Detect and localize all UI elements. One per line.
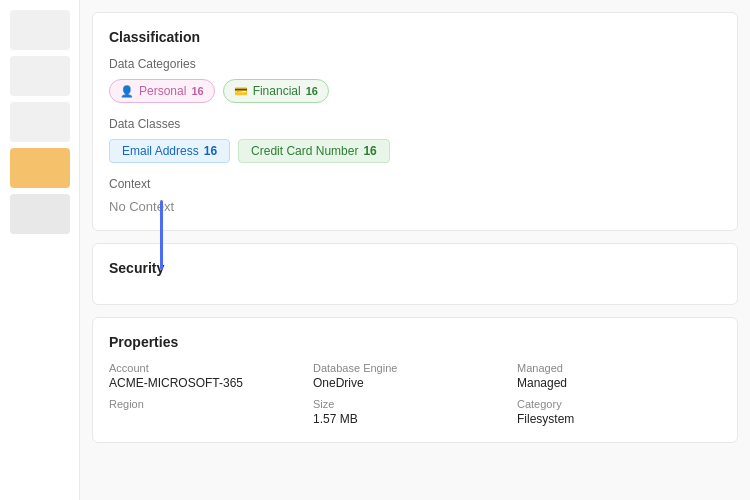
classification-card: Classification Data Categories 👤 Persona… bbox=[92, 12, 738, 231]
security-title: Security bbox=[109, 260, 721, 276]
context-label: Context bbox=[109, 177, 721, 191]
sidebar-block-highlight bbox=[10, 148, 70, 188]
prop-database-engine: Database Engine OneDrive bbox=[313, 362, 517, 390]
personal-count: 16 bbox=[191, 85, 203, 97]
prop-managed-label: Managed bbox=[517, 362, 721, 374]
left-border-accent bbox=[160, 200, 163, 270]
email-label: Email Address bbox=[122, 144, 199, 158]
properties-grid: Account ACME-MICROSOFT-365 Database Engi… bbox=[109, 362, 721, 426]
data-class-email[interactable]: Email Address 16 bbox=[109, 139, 230, 163]
data-class-credit[interactable]: Credit Card Number 16 bbox=[238, 139, 390, 163]
sidebar-block-1 bbox=[10, 10, 70, 50]
sidebar-block-4 bbox=[10, 194, 70, 234]
properties-title: Properties bbox=[109, 334, 721, 350]
prop-category: Category Filesystem bbox=[517, 398, 721, 426]
prop-category-value: Filesystem bbox=[517, 412, 721, 426]
prop-database-engine-label: Database Engine bbox=[313, 362, 517, 374]
data-classes-row: Email Address 16 Credit Card Number 16 bbox=[109, 139, 721, 163]
left-sidebar bbox=[0, 0, 80, 500]
prop-account-value: ACME-MICROSOFT-365 bbox=[109, 376, 313, 390]
prop-category-label: Category bbox=[517, 398, 721, 410]
sidebar-block-3 bbox=[10, 102, 70, 142]
prop-size-label: Size bbox=[313, 398, 517, 410]
main-content: Classification Data Categories 👤 Persona… bbox=[80, 0, 750, 500]
email-count: 16 bbox=[204, 144, 217, 158]
prop-size-value: 1.57 MB bbox=[313, 412, 517, 426]
prop-region: Region bbox=[109, 398, 313, 426]
sidebar-block-2 bbox=[10, 56, 70, 96]
prop-size: Size 1.57 MB bbox=[313, 398, 517, 426]
prop-region-label: Region bbox=[109, 398, 313, 410]
personal-label: Personal bbox=[139, 84, 186, 98]
prop-account-label: Account bbox=[109, 362, 313, 374]
tag-personal[interactable]: 👤 Personal 16 bbox=[109, 79, 215, 103]
credit-count: 16 bbox=[363, 144, 376, 158]
context-value: No Context bbox=[109, 199, 721, 214]
financial-label: Financial bbox=[253, 84, 301, 98]
prop-managed: Managed Managed bbox=[517, 362, 721, 390]
financial-icon: 💳 bbox=[234, 85, 248, 98]
tag-financial[interactable]: 💳 Financial 16 bbox=[223, 79, 329, 103]
classification-title: Classification bbox=[109, 29, 721, 45]
properties-card: Properties Account ACME-MICROSOFT-365 Da… bbox=[92, 317, 738, 443]
prop-managed-value: Managed bbox=[517, 376, 721, 390]
data-classes-label: Data Classes bbox=[109, 117, 721, 131]
credit-label: Credit Card Number bbox=[251, 144, 358, 158]
data-categories-label: Data Categories bbox=[109, 57, 721, 71]
prop-account: Account ACME-MICROSOFT-365 bbox=[109, 362, 313, 390]
personal-icon: 👤 bbox=[120, 85, 134, 98]
security-card: Security bbox=[92, 243, 738, 305]
financial-count: 16 bbox=[306, 85, 318, 97]
prop-database-engine-value: OneDrive bbox=[313, 376, 517, 390]
data-categories-row: 👤 Personal 16 💳 Financial 16 bbox=[109, 79, 721, 103]
page-wrapper: Classification Data Categories 👤 Persona… bbox=[0, 0, 750, 500]
